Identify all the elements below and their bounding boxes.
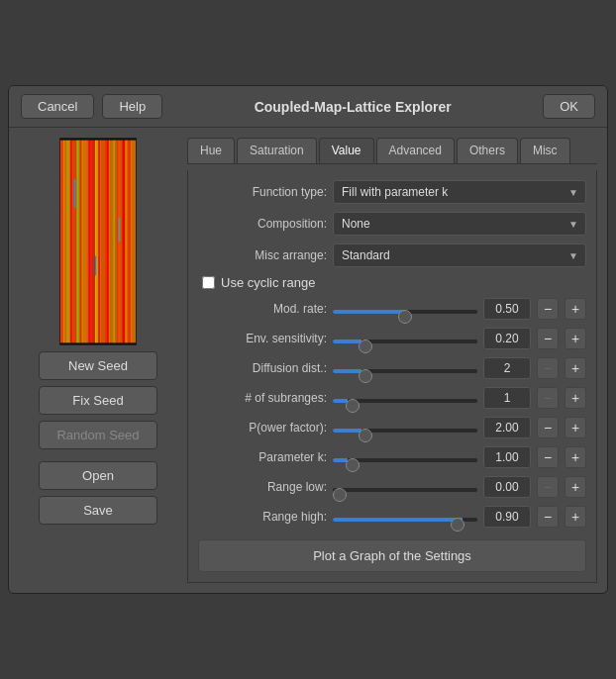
left-panel: New Seed Fix Seed Random Seed Open Save [19,138,177,583]
range-low-slider-container [333,480,477,495]
tab-others[interactable]: Others [457,138,518,163]
composition-label: Composition: [198,217,327,231]
mod-rate-decrement-button[interactable]: − [537,298,559,320]
tab-content: Function type: Fill with parameter k Log… [187,170,597,583]
env-sensitivity-label: Env. sensitivity: [198,332,327,345]
env-sensitivity-slider[interactable] [333,340,477,343]
save-button[interactable]: Save [39,496,157,525]
parameter-k-decrement-button[interactable]: − [537,446,559,468]
diffusion-dist-value[interactable] [483,357,531,379]
env-sensitivity-slider-container [333,332,477,346]
tab-hue[interactable]: Hue [187,138,235,163]
range-low-value[interactable] [483,476,531,498]
parameter-k-slider-container [333,450,477,465]
svg-rect-2 [63,141,66,343]
env-sensitivity-increment-button[interactable]: + [565,328,586,349]
random-seed-button[interactable]: Random Seed [39,421,157,449]
diffusion-dist-decrement-button[interactable]: − [537,357,559,379]
parameter-k-row: Parameter k: − + [198,446,586,468]
range-low-increment-button[interactable]: + [565,476,586,498]
parameter-k-label: Parameter k: [198,450,327,464]
misc-arrange-label: Misc arrange: [198,248,327,262]
title-bar-left-buttons: Cancel Help [21,94,162,119]
range-low-row: Range low: − + [198,476,586,498]
tab-misc[interactable]: Misc [520,138,570,163]
svg-rect-26 [94,256,96,275]
range-high-slider[interactable] [333,518,477,522]
power-factor-decrement-button[interactable]: − [537,417,559,438]
range-high-decrement-button[interactable]: − [537,506,559,528]
num-subranges-increment-button[interactable]: + [565,387,586,409]
mod-rate-row: Mod. rate: − + [198,298,586,320]
tab-bar: Hue Saturation Value Advanced Others Mis… [187,138,597,164]
parameter-k-value[interactable] [483,446,531,468]
mod-rate-label: Mod. rate: [198,302,327,316]
mod-rate-slider-container [333,302,477,317]
right-panel: Hue Saturation Value Advanced Others Mis… [187,138,597,583]
num-subranges-label: # of subranges: [198,391,327,405]
power-factor-slider-container [333,421,477,436]
svg-rect-27 [118,218,120,242]
mod-rate-slider[interactable] [333,310,477,314]
misc-arrange-row: Misc arrange: Standard Random Ordered ▼ [198,243,586,267]
cancel-button[interactable]: Cancel [21,94,94,119]
misc-arrange-select[interactable]: Standard Random Ordered [333,243,586,267]
num-subranges-row: # of subranges: − + [198,387,586,409]
range-high-slider-container [333,510,477,525]
diffusion-dist-increment-button[interactable]: + [565,357,586,379]
power-factor-label: P(ower factor): [198,421,327,435]
range-low-slider[interactable] [333,488,477,492]
use-cyclic-range-row: Use cyclic range [198,275,586,290]
env-sensitivity-value[interactable] [483,328,531,349]
function-type-row: Function type: Fill with parameter k Log… [198,180,586,204]
help-button[interactable]: Help [102,94,162,119]
preview-image [59,138,137,345]
plot-graph-button[interactable]: Plot a Graph of the Settings [198,539,586,572]
window-body: New Seed Fix Seed Random Seed Open Save … [9,128,607,593]
composition-row: Composition: None Average Difference ▼ [198,212,586,236]
new-seed-button[interactable]: New Seed [39,351,157,380]
fix-seed-button[interactable]: Fix Seed [39,386,157,415]
diffusion-dist-label: Diffusion dist.: [198,361,327,375]
main-window: Cancel Help Coupled-Map-Lattice Explorer… [8,85,608,594]
composition-select[interactable]: None Average Difference [333,212,586,236]
preview-canvas [60,139,136,344]
range-low-label: Range low: [198,480,327,494]
mod-rate-increment-button[interactable]: + [565,298,586,320]
num-subranges-slider-container [333,391,477,406]
diffusion-dist-row: Diffusion dist.: − + [198,357,586,379]
power-factor-increment-button[interactable]: + [565,417,586,438]
function-type-select-wrap: Fill with parameter k Logistic Sine Tent… [333,180,586,204]
parameter-k-increment-button[interactable]: + [565,446,586,468]
num-subranges-slider[interactable] [333,399,477,403]
range-high-label: Range high: [198,510,327,524]
env-sensitivity-decrement-button[interactable]: − [537,328,559,349]
diffusion-dist-slider-container [333,361,477,376]
num-subranges-value[interactable] [483,387,531,409]
power-factor-value[interactable] [483,417,531,438]
function-type-select[interactable]: Fill with parameter k Logistic Sine Tent [333,180,586,204]
range-low-decrement-button[interactable]: − [537,476,559,498]
range-high-value[interactable] [483,506,531,528]
tab-advanced[interactable]: Advanced [376,138,455,163]
tab-value[interactable]: Value [319,138,374,163]
open-button[interactable]: Open [39,461,157,490]
power-factor-slider[interactable] [333,429,477,433]
tab-saturation[interactable]: Saturation [237,138,317,163]
parameter-k-slider[interactable] [333,458,477,462]
misc-arrange-select-wrap: Standard Random Ordered ▼ [333,243,586,267]
use-cyclic-range-label: Use cyclic range [221,275,315,290]
range-high-increment-button[interactable]: + [565,506,586,528]
use-cyclic-range-checkbox[interactable] [202,276,215,289]
ok-button[interactable]: OK [543,94,595,119]
title-bar: Cancel Help Coupled-Map-Lattice Explorer… [9,86,607,128]
power-factor-row: P(ower factor): − + [198,417,586,438]
range-high-row: Range high: − + [198,506,586,528]
mod-rate-value[interactable] [483,298,531,320]
diffusion-dist-slider[interactable] [333,369,477,373]
function-type-label: Function type: [198,185,327,199]
window-title: Coupled-Map-Lattice Explorer [255,99,452,115]
svg-rect-24 [131,141,136,343]
num-subranges-decrement-button[interactable]: − [537,387,559,409]
env-sensitivity-row: Env. sensitivity: − + [198,328,586,349]
